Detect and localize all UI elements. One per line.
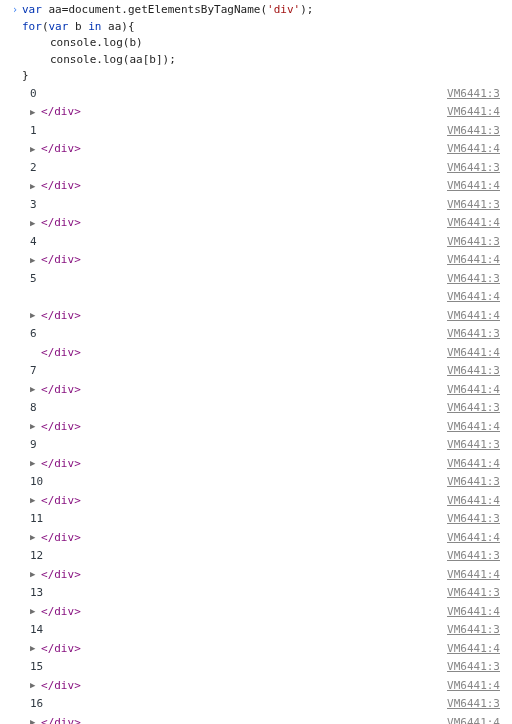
log-index: 10 bbox=[30, 474, 43, 491]
source-link[interactable]: VM6441:4 bbox=[447, 141, 506, 158]
element-row: ▶</div>VM6441:4 bbox=[10, 714, 512, 725]
source-link[interactable]: VM6441:3 bbox=[447, 363, 506, 380]
log-index: 14 bbox=[30, 622, 43, 639]
source-link[interactable]: VM6441:3 bbox=[447, 622, 506, 639]
element-html[interactable]: </div> bbox=[41, 493, 81, 510]
expand-arrow-icon[interactable]: ▶ bbox=[30, 531, 39, 545]
expand-arrow-icon[interactable]: ▶ bbox=[30, 254, 39, 268]
element-row: ▶</div>VM6441:4 bbox=[10, 677, 512, 696]
index-row: 15VM6441:3 bbox=[10, 658, 512, 677]
expand-arrow-icon[interactable]: ▶ bbox=[30, 457, 39, 471]
source-link[interactable]: VM6441:3 bbox=[447, 474, 506, 491]
element-row: VM6441:4 bbox=[10, 288, 512, 307]
source-link[interactable]: VM6441:4 bbox=[447, 289, 506, 306]
element-html[interactable]: </div> bbox=[41, 345, 81, 362]
source-link[interactable]: VM6441:3 bbox=[447, 160, 506, 177]
expand-arrow-icon[interactable]: ▶ bbox=[30, 605, 39, 619]
index-row: 10VM6441:3 bbox=[10, 473, 512, 492]
element-html[interactable]: </div> bbox=[41, 308, 81, 325]
code-line-5: } bbox=[22, 68, 512, 85]
element-html[interactable]: </div> bbox=[41, 715, 81, 725]
log-index: 3 bbox=[30, 197, 37, 214]
element-html[interactable]: </div> bbox=[41, 456, 81, 473]
element-html[interactable]: </div> bbox=[41, 641, 81, 658]
element-row: ▶</div>VM6441:4 bbox=[10, 603, 512, 622]
element-html[interactable]: </div> bbox=[41, 382, 81, 399]
element-html[interactable]: </div> bbox=[41, 530, 81, 547]
expand-arrow-icon[interactable]: ▶ bbox=[30, 568, 39, 582]
element-row: ▶</div>VM6441:4 bbox=[10, 103, 512, 122]
element-row: ▶</div>VM6441:4 bbox=[10, 307, 512, 326]
source-link[interactable]: VM6441:3 bbox=[447, 234, 506, 251]
log-index: 13 bbox=[30, 585, 43, 602]
source-link[interactable]: VM6441:4 bbox=[447, 678, 506, 695]
source-link[interactable]: VM6441:4 bbox=[447, 456, 506, 473]
index-row: 5VM6441:3 bbox=[10, 270, 512, 289]
source-link[interactable]: VM6441:3 bbox=[447, 400, 506, 417]
element-html[interactable]: </div> bbox=[41, 178, 81, 195]
element-html[interactable]: </div> bbox=[41, 567, 81, 584]
source-link[interactable]: VM6441:3 bbox=[447, 197, 506, 214]
log-index: 2 bbox=[30, 160, 37, 177]
prompt-caret: › bbox=[12, 2, 18, 17]
element-row: </div>VM6441:4 bbox=[10, 344, 512, 363]
element-html[interactable]: </div> bbox=[41, 141, 81, 158]
element-html[interactable]: </div> bbox=[41, 678, 81, 695]
source-link[interactable]: VM6441:4 bbox=[447, 715, 506, 725]
log-index: 0 bbox=[30, 86, 37, 103]
element-html[interactable]: </div> bbox=[41, 604, 81, 621]
source-link[interactable]: VM6441:4 bbox=[447, 215, 506, 232]
expand-arrow-icon[interactable]: ▶ bbox=[30, 143, 39, 157]
source-link[interactable]: VM6441:3 bbox=[447, 511, 506, 528]
source-link[interactable]: VM6441:3 bbox=[447, 271, 506, 288]
element-row: ▶</div>VM6441:4 bbox=[10, 640, 512, 659]
source-link[interactable]: VM6441:4 bbox=[447, 308, 506, 325]
source-link[interactable]: VM6441:4 bbox=[447, 345, 506, 362]
source-link[interactable]: VM6441:3 bbox=[447, 86, 506, 103]
expand-arrow-icon[interactable]: ▶ bbox=[30, 106, 39, 120]
source-link[interactable]: VM6441:3 bbox=[447, 326, 506, 343]
source-link[interactable]: VM6441:4 bbox=[447, 530, 506, 547]
index-row: 16VM6441:3 bbox=[10, 695, 512, 714]
source-link[interactable]: VM6441:3 bbox=[447, 659, 506, 676]
index-row: 12VM6441:3 bbox=[10, 547, 512, 566]
source-link[interactable]: VM6441:4 bbox=[447, 104, 506, 121]
index-row: 3VM6441:3 bbox=[10, 196, 512, 215]
expand-arrow-icon[interactable]: ▶ bbox=[30, 716, 39, 724]
source-link[interactable]: VM6441:3 bbox=[447, 123, 506, 140]
expand-arrow-icon[interactable]: ▶ bbox=[30, 642, 39, 656]
element-html[interactable]: </div> bbox=[41, 215, 81, 232]
entered-code: › var aa=document.getElementsByTagName('… bbox=[10, 2, 512, 85]
element-row: ▶</div>VM6441:4 bbox=[10, 455, 512, 474]
code-line-3: console.log(b) bbox=[22, 35, 512, 52]
source-link[interactable]: VM6441:3 bbox=[447, 548, 506, 565]
expand-arrow-icon[interactable]: ▶ bbox=[30, 309, 39, 323]
source-link[interactable]: VM6441:4 bbox=[447, 178, 506, 195]
log-index: 12 bbox=[30, 548, 43, 565]
expand-arrow-icon[interactable]: ▶ bbox=[30, 494, 39, 508]
source-link[interactable]: VM6441:3 bbox=[447, 696, 506, 713]
source-link[interactable]: VM6441:4 bbox=[447, 641, 506, 658]
source-link[interactable]: VM6441:4 bbox=[447, 382, 506, 399]
expand-arrow-icon[interactable]: ▶ bbox=[30, 180, 39, 194]
element-row: ▶</div>VM6441:4 bbox=[10, 140, 512, 159]
source-link[interactable]: VM6441:4 bbox=[447, 252, 506, 269]
element-html[interactable]: </div> bbox=[41, 419, 81, 436]
expand-arrow-icon[interactable]: ▶ bbox=[30, 420, 39, 434]
source-link[interactable]: VM6441:3 bbox=[447, 585, 506, 602]
source-link[interactable]: VM6441:4 bbox=[447, 567, 506, 584]
source-link[interactable]: VM6441:4 bbox=[447, 604, 506, 621]
source-link[interactable]: VM6441:4 bbox=[447, 419, 506, 436]
source-link[interactable]: VM6441:4 bbox=[447, 493, 506, 510]
output-rows: 0VM6441:3▶</div>VM6441:41VM6441:3▶</div>… bbox=[10, 85, 512, 725]
expand-arrow-icon[interactable]: ▶ bbox=[30, 217, 39, 231]
element-row: ▶</div>VM6441:4 bbox=[10, 381, 512, 400]
element-html[interactable]: </div> bbox=[41, 104, 81, 121]
source-link[interactable]: VM6441:3 bbox=[447, 437, 506, 454]
log-index: 7 bbox=[30, 363, 37, 380]
expand-arrow-icon[interactable]: ▶ bbox=[30, 383, 39, 397]
index-row: 0VM6441:3 bbox=[10, 85, 512, 104]
log-index: 5 bbox=[30, 271, 37, 288]
element-html[interactable]: </div> bbox=[41, 252, 81, 269]
expand-arrow-icon[interactable]: ▶ bbox=[30, 679, 39, 693]
